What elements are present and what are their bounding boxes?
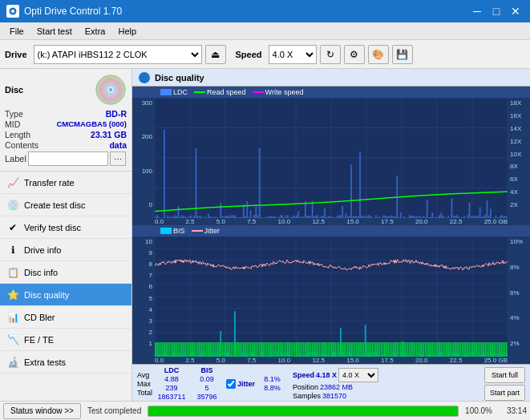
extra-tests-label: Extra tests (24, 357, 66, 367)
legend-read-speed-label: Read speed (207, 88, 246, 96)
create-test-disc-label: Create test disc (24, 200, 85, 210)
sidebar-item-verify-test-disc[interactable]: ✔ Verify test disc (0, 216, 131, 239)
disc-quality-header: Disc quality (132, 69, 530, 87)
disc-graphic (95, 74, 127, 106)
maximize-button[interactable]: □ (488, 3, 504, 19)
top-y-axis-right: 18X 16X 14X 12X 10X 8X 6X 4X 2X (508, 98, 530, 218)
sidebar-item-extra-tests[interactable]: 🔬 Extra tests (0, 351, 131, 374)
minimize-button[interactable]: ─ (469, 3, 485, 19)
speed-stat-select[interactable]: 4.0 X (338, 368, 378, 382)
position-label: Position (293, 383, 318, 391)
disc-label-input[interactable] (28, 151, 108, 166)
jitter-checkbox[interactable] (226, 379, 236, 389)
sidebar-item-transfer-rate[interactable]: 📈 Transfer rate (0, 172, 131, 194)
refresh-button[interactable]: ↻ (320, 45, 341, 64)
save-button[interactable]: 💾 (392, 45, 413, 64)
titlebar: Opti Drive Control 1.70 ─ □ ✕ (0, 0, 530, 22)
drive-select[interactable]: (k:) ATAPI iHBS112 2 CLOK (34, 45, 202, 64)
progress-bar (148, 406, 458, 416)
ldc-col-header: LDC (164, 366, 180, 374)
sidebar-item-disc-quality[interactable]: ⭐ Disc quality (0, 284, 131, 306)
disc-mid-value: CMCMAGBA5 (000) (56, 119, 127, 129)
top-y-axis-left: 300 200 100 0 (132, 98, 155, 218)
stats-labels-col: Avg Max Total (137, 370, 152, 397)
top-chart-plot (155, 98, 508, 218)
progress-bar-container (148, 406, 459, 417)
statusbar: Status window >> Test completed 100.0% 3… (0, 401, 530, 420)
jitter-color (192, 230, 203, 232)
close-button[interactable]: ✕ (508, 3, 524, 19)
position-value: 23862 MB (320, 383, 353, 391)
cd-bler-label: CD Bler (24, 313, 55, 322)
bis-col: BIS 0.09 5 35796 (191, 366, 223, 401)
main-layout: Disc Type BD-R (0, 69, 530, 401)
avg-jitter: 8.1% (264, 375, 281, 383)
legend-ldc-label: LDC (173, 88, 188, 96)
bottom-y-axis-right: 10% 8% 6% 4% 2% (508, 236, 530, 357)
legend-jitter: Jitter (192, 227, 220, 235)
sidebar-item-disc-info[interactable]: 📋 Disc info (0, 261, 131, 284)
settings-button[interactable]: ⚙ (344, 45, 365, 64)
bottom-chart-legend: BIS Jitter (132, 225, 530, 236)
speed-stat-value: 4.18 X (316, 371, 337, 379)
window-controls: ─ □ ✕ (469, 3, 524, 19)
sidebar-item-create-test-disc[interactable]: 💿 Create test disc (0, 194, 131, 216)
menu-start-test[interactable]: Start test (30, 25, 79, 38)
avg-bis: 0.09 (200, 375, 214, 383)
speed-select[interactable]: 1.0 X 2.0 X 4.0 X 6.0 X 8.0 X (269, 45, 317, 64)
max-jitter: 8.8% (264, 384, 281, 392)
transfer-rate-label: Transfer rate (24, 178, 75, 188)
disc-panel: Disc Type BD-R (0, 69, 131, 172)
app-icon (6, 5, 19, 18)
legend-ldc: LDC (160, 88, 188, 96)
disc-quality-icon: ⭐ (6, 289, 19, 301)
jitter-col-header: Jitter (237, 380, 255, 388)
start-part-button[interactable]: Start part (484, 385, 525, 401)
top-chart-canvas (155, 98, 508, 218)
max-bis: 5 (205, 384, 209, 392)
bottom-chart-plot (155, 236, 508, 357)
disc-quality-label: Disc quality (24, 290, 69, 300)
sidebar-item-drive-info[interactable]: ℹ Drive info (0, 239, 131, 261)
color-button[interactable]: 🎨 (368, 45, 389, 64)
ldc-color (160, 89, 172, 95)
disc-type-value: BD-R (106, 109, 127, 119)
disc-contents-row: Contents data (5, 140, 127, 150)
total-label: Total (137, 389, 152, 397)
menu-extra[interactable]: Extra (79, 25, 112, 38)
menu-help[interactable]: Help (111, 25, 143, 38)
top-x-axis: 0.0 2.5 5.0 7.5 10.0 12.5 15.0 17.5 20.0… (132, 218, 530, 225)
bottom-chart-container: 10 9 8 7 6 5 4 3 2 1 10% 8% 6% (132, 236, 530, 357)
start-full-button[interactable]: Start full (484, 367, 525, 383)
disc-label-label: Label (5, 154, 26, 164)
legend-write-speed-label: Write speed (265, 88, 304, 96)
sidebar-item-cd-bler[interactable]: 📊 CD Bler (0, 306, 131, 329)
disc-length-row: Length 23.31 GB (5, 130, 127, 139)
disc-contents-label: Contents (5, 140, 38, 150)
legend-write-speed: Write speed (253, 88, 304, 96)
drive-label: Drive (5, 50, 27, 59)
fe-te-label: FE / TE (24, 335, 54, 345)
cd-bler-icon: 📊 (6, 311, 19, 324)
bottom-y-axis-left: 10 9 8 7 6 5 4 3 2 1 (132, 236, 155, 357)
eject-button[interactable]: ⏏ (205, 45, 226, 64)
sidebar-nav: 📈 Transfer rate 💿 Create test disc ✔ Ver… (0, 172, 131, 401)
drive-info-icon: ℹ (6, 244, 19, 256)
sidebar-item-fe-te[interactable]: 📉 FE / TE (0, 329, 131, 351)
read-speed-color (194, 91, 205, 93)
create-test-disc-icon: 💿 (6, 199, 19, 212)
disc-label-button[interactable]: ⋯ (110, 151, 126, 166)
disc-mid-row: MID CMCMAGBA5 (000) (5, 119, 127, 129)
status-window-button[interactable]: Status window >> (3, 403, 81, 419)
menu-file[interactable]: File (3, 25, 30, 38)
disc-header: Disc (5, 74, 127, 106)
top-chart-legend: LDC Read speed Write speed (132, 87, 530, 98)
drive-info-label: Drive info (24, 245, 61, 255)
extra-tests-icon: 🔬 (6, 356, 19, 369)
samples-label: Samples (293, 392, 321, 400)
disc-length-value: 23.31 GB (91, 130, 127, 139)
menubar: File Start test Extra Help (0, 22, 530, 40)
progress-percent: 100.0% (465, 406, 492, 415)
total-bis: 35796 (197, 393, 217, 401)
app-title: Opti Drive Control 1.70 (24, 6, 469, 17)
